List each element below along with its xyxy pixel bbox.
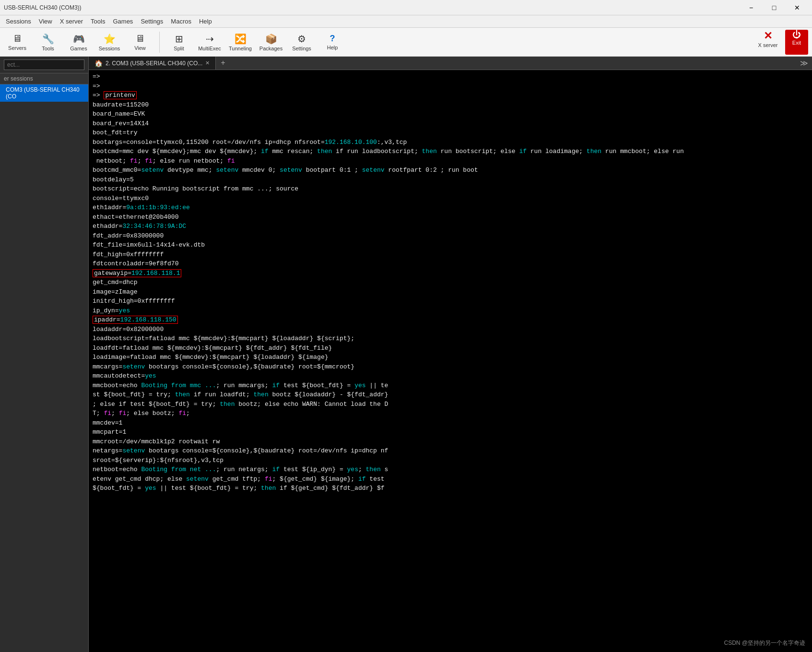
menu-macros[interactable]: Macros	[167, 15, 195, 27]
terminal-line: bootscript=echo Running bootscript from …	[93, 184, 808, 194]
toolbar-tools[interactable]: 🔧 Tools	[35, 30, 61, 55]
tab-scroll-right[interactable]: ≫	[796, 59, 812, 68]
toolbar-packages[interactable]: 📦 Packages	[258, 30, 284, 55]
toolbar-packages-label: Packages	[259, 46, 282, 51]
terminal-line: eth1addr=9a:d1:1b:93:ed:ee	[93, 203, 808, 213]
terminal-line: console=ttymxc0	[93, 194, 808, 203]
toolbar-sessions[interactable]: ⭐ Sessions	[96, 30, 123, 55]
servers-icon: 🖥	[12, 33, 22, 44]
toolbar-multiexec[interactable]: ⇢ MultiExec	[196, 30, 223, 55]
title-bar: USB-SERIAL CH340 (COM3)) − □ ✕	[0, 0, 812, 15]
terminal-area: 🏠 2. COM3 (USB-SERIAL CH340 (CO... ✕ + ≫…	[89, 57, 812, 652]
toolbar: 🖥 Servers 🔧 Tools 🎮 Games ⭐ Sessions 🖥 V…	[0, 28, 812, 57]
terminal-line: netboot; fi; fi; else run netboot; fi	[93, 156, 808, 166]
terminal-line: mmcroot=/dev/mmcblk1p2 rootwait rw	[93, 437, 808, 447]
menu-sessions[interactable]: Sessions	[2, 15, 35, 27]
minimize-button[interactable]: −	[740, 1, 762, 14]
terminal-line: netboot=echo Booting from net ...; run n…	[93, 465, 808, 474]
terminal-line: ; else if test ${boot_fdt} = try; then b…	[93, 400, 808, 409]
packages-icon: 📦	[265, 33, 277, 45]
terminal-line: ip_dyn=yes	[93, 306, 808, 316]
settings-icon: ⚙	[297, 33, 306, 45]
terminal-line: st ${boot_fdt} = try; then if run loadfd…	[93, 390, 808, 400]
tab-bar: 🏠 2. COM3 (USB-SERIAL CH340 (CO... ✕ + ≫	[89, 57, 812, 70]
terminal-content[interactable]: => => => printenv baudrate=115200 board_…	[89, 70, 812, 652]
toolbar-split-label: Split	[174, 46, 184, 51]
close-button[interactable]: ✕	[786, 1, 808, 14]
toolbar-settings[interactable]: ⚙ Settings	[288, 30, 315, 55]
xserver-button[interactable]: ✕ X server	[753, 30, 783, 55]
terminal-line: bootcmd=mmc dev ${mmcdev};mmc dev ${mmcd…	[93, 147, 808, 156]
terminal-line: T; fi; fi; else bootz; fi;	[93, 409, 808, 418]
tab-com3[interactable]: 🏠 2. COM3 (USB-SERIAL CH340 (CO... ✕	[89, 57, 216, 70]
new-tab-button[interactable]: +	[216, 59, 230, 68]
toolbar-settings-label: Settings	[292, 46, 311, 51]
toolbar-tunneling[interactable]: 🔀 Tunneling	[227, 30, 254, 55]
menu-games[interactable]: Games	[109, 15, 137, 27]
sidebar: er sessions COM3 (USB-SERIAL CH340 (CO	[0, 57, 89, 652]
tab-icon: 🏠	[94, 59, 103, 67]
terminal-line: ethact=ethernet@20b4000	[93, 213, 808, 222]
terminal-line: =>	[93, 72, 808, 82]
terminal-line: loadfdt=fatload mmc ${mmcdev}:${mmcpart}…	[93, 344, 808, 353]
toolbar-servers[interactable]: 🖥 Servers	[4, 30, 31, 55]
gatewayip-highlight: gatewayip=192.168.118.1	[93, 269, 181, 277]
terminal-line: netargs=setenv bootargs console=${consol…	[93, 446, 808, 456]
terminal-line: =>	[93, 82, 808, 91]
terminal-line: ethaddr=32:34:46:78:9A:DC	[93, 222, 808, 231]
toolbar-games[interactable]: 🎮 Games	[65, 30, 92, 55]
toolbar-split[interactable]: ⊞ Split	[165, 30, 192, 55]
menu-view[interactable]: View	[35, 15, 56, 27]
tab-close-button[interactable]: ✕	[205, 60, 210, 66]
toolbar-servers-label: Servers	[8, 45, 26, 51]
terminal-line: bootargs=console=ttymxc0,115200 root=/de…	[93, 138, 808, 147]
menu-xserver[interactable]: X server	[56, 15, 87, 27]
toolbar-view[interactable]: 🖥 View	[127, 30, 153, 55]
menu-help[interactable]: Help	[195, 15, 216, 27]
sidebar-item-com3[interactable]: COM3 (USB-SERIAL CH340 (CO	[0, 84, 88, 102]
terminal-line: board_name=EVK	[93, 109, 808, 119]
toolbar-right: ✕ X server ⏻ Exit	[753, 30, 808, 55]
window-title: USB-SERIAL CH340 (COM3))	[4, 4, 82, 11]
sidebar-search-input[interactable]	[4, 59, 84, 70]
sidebar-search-area	[0, 57, 88, 73]
terminal-line: loadaddr=0x82000000	[93, 325, 808, 334]
toolbar-tunneling-label: Tunneling	[229, 46, 252, 51]
ipaddr-highlight: ipaddr=192.168.118.150	[93, 316, 178, 324]
terminal-line: initrd_high=0xffffffff	[93, 296, 808, 306]
terminal-line: fdt_addr=0x83000000	[93, 231, 808, 241]
terminal-line: => printenv	[93, 91, 808, 100]
terminal-line: loadimage=fatload mmc ${mmcdev}:${mmcpar…	[93, 353, 808, 362]
terminal-line: mmcargs=setenv bootargs console=${consol…	[93, 362, 808, 372]
help-icon: ?	[330, 34, 335, 44]
terminal-line: ${boot_fdt} = yes || test ${boot_fdt} = …	[93, 484, 808, 493]
multiexec-icon: ⇢	[206, 33, 214, 45]
terminal-line: gatewayip=192.168.118.1	[93, 269, 808, 278]
terminal-line: fdtcontroladdr=9ef8fd70	[93, 259, 808, 269]
menu-bar: Sessions View X server Tools Games Setti…	[0, 15, 812, 28]
games-icon: 🎮	[73, 33, 85, 45]
terminal-line: bootdelay=5	[93, 175, 808, 185]
terminal-line: image=zImage	[93, 287, 808, 297]
terminal-line: get_cmd=dhcp	[93, 278, 808, 287]
terminal-line: bootcmd_mmc0=setenv devtype mmc; setenv …	[93, 166, 808, 175]
toolbar-help[interactable]: ? Help	[319, 30, 346, 55]
split-icon: ⊞	[175, 33, 183, 45]
printenv-highlight: printenv	[104, 91, 136, 99]
main-area: er sessions COM3 (USB-SERIAL CH340 (CO 🏠…	[0, 57, 812, 652]
xserver-label: X server	[758, 42, 778, 48]
terminal-line: etenv get_cmd dhcp; else setenv get_cmd …	[93, 474, 808, 484]
toolbar-multiexec-label: MultiExec	[198, 46, 221, 51]
terminal-line: loadbootscript=fatload mmc ${mmcdev}:${m…	[93, 334, 808, 344]
menu-tools[interactable]: Tools	[87, 15, 109, 27]
toolbar-view-label: View	[134, 45, 146, 51]
window-controls: − □ ✕	[740, 1, 808, 14]
toolbar-help-label: Help	[327, 45, 338, 50]
maximize-button[interactable]: □	[763, 1, 785, 14]
menu-settings[interactable]: Settings	[137, 15, 167, 27]
view-icon: 🖥	[135, 33, 145, 44]
toolbar-separator	[159, 32, 160, 53]
exit-button[interactable]: ⏻ Exit	[785, 30, 808, 55]
toolbar-games-label: Games	[70, 46, 87, 51]
tools-icon: 🔧	[42, 33, 54, 45]
